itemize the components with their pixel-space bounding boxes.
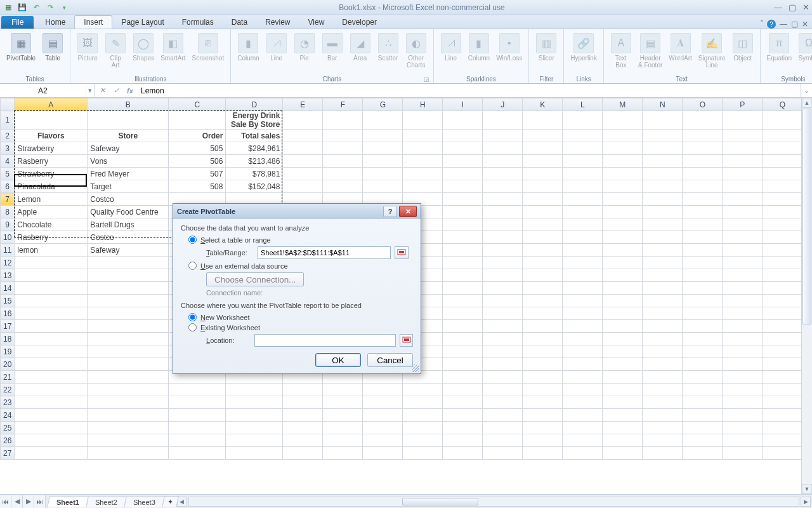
cell-B26[interactable] (88, 434, 169, 447)
cell-G6[interactable] (363, 180, 403, 193)
cell-O1[interactable] (683, 111, 723, 130)
cell-I11[interactable] (443, 244, 483, 257)
row-header-24[interactable]: 24 (1, 409, 15, 422)
cell-A2[interactable]: Flavors (15, 130, 88, 142)
tab-developer[interactable]: Developer (333, 16, 386, 29)
cell-P26[interactable] (723, 434, 763, 447)
cell-A25[interactable] (15, 422, 88, 434)
cell-F22[interactable] (323, 384, 363, 396)
cell-M21[interactable] (603, 371, 643, 384)
cell-M4[interactable] (603, 155, 643, 168)
cell-G24[interactable] (363, 409, 403, 422)
hyperlink-button[interactable]: 🔗Hyperlink (568, 32, 599, 63)
undo-icon[interactable]: ↶ (30, 2, 42, 13)
cell-I5[interactable] (443, 168, 483, 180)
col-header-P[interactable]: P (723, 98, 763, 111)
cell-A11[interactable]: lemon (15, 244, 88, 257)
vertical-scrollbar[interactable]: ▲ ▼ (801, 98, 812, 494)
cell-M1[interactable] (603, 111, 643, 130)
cell-A24[interactable] (15, 409, 88, 422)
cell-P27[interactable] (723, 447, 763, 460)
cell-B18[interactable] (88, 333, 169, 345)
cell-A22[interactable] (15, 384, 88, 396)
row-header-18[interactable]: 18 (1, 333, 15, 345)
cell-L17[interactable] (563, 320, 603, 333)
cell-L13[interactable] (563, 269, 603, 282)
cell-E27[interactable] (283, 447, 323, 460)
cell-J23[interactable] (483, 396, 523, 409)
select-all-corner[interactable] (1, 98, 15, 111)
cell-N13[interactable] (643, 269, 683, 282)
cell-B9[interactable]: Bartell Drugs (88, 218, 169, 231)
cell-L9[interactable] (563, 218, 603, 231)
col-header-O[interactable]: O (683, 98, 723, 111)
cell-L12[interactable] (563, 257, 603, 269)
cell-Q8[interactable] (763, 206, 802, 218)
cell-P7[interactable] (723, 193, 763, 206)
cell-B14[interactable] (88, 282, 169, 295)
cell-Q3[interactable] (763, 142, 802, 155)
cell-P18[interactable] (723, 333, 763, 345)
scroll-down-icon[interactable]: ▼ (802, 484, 812, 494)
minimize-icon[interactable]: — (774, 3, 782, 12)
cell-I3[interactable] (443, 142, 483, 155)
sheet-tab-3[interactable]: Sheet3 (124, 497, 164, 507)
cell-N17[interactable] (643, 320, 683, 333)
cell-E6[interactable] (283, 180, 323, 193)
row-header-12[interactable]: 12 (1, 257, 15, 269)
cell-A26[interactable] (15, 434, 88, 447)
cell-P24[interactable] (723, 409, 763, 422)
other-charts-button[interactable]: ◐Other Charts (403, 32, 429, 70)
cell-N6[interactable] (643, 180, 683, 193)
clipart-button[interactable]: ✎Clip Art (102, 32, 129, 70)
cell-B27[interactable] (88, 447, 169, 460)
row-header-3[interactable]: 3 (1, 142, 15, 155)
cell-P12[interactable] (723, 257, 763, 269)
cell-D4[interactable]: $213,486 (226, 155, 283, 168)
row-header-6[interactable]: 6 (1, 180, 15, 193)
redo-icon[interactable]: ↷ (44, 2, 56, 13)
sparkline-winloss-button[interactable]: ▪Win/Loss (494, 32, 525, 63)
cell-P20[interactable] (723, 358, 763, 371)
cell-K27[interactable] (523, 447, 563, 460)
cell-N11[interactable] (643, 244, 683, 257)
cell-O4[interactable] (683, 155, 723, 168)
choose-connection-button[interactable]: Choose Connection... (206, 272, 304, 286)
cancel-icon[interactable]: ✕ (95, 86, 109, 95)
cell-A21[interactable] (15, 371, 88, 384)
shapes-button[interactable]: ◯Shapes (130, 32, 157, 63)
cell-H26[interactable] (403, 434, 443, 447)
cell-I23[interactable] (443, 396, 483, 409)
cell-P4[interactable] (723, 155, 763, 168)
save-icon[interactable]: 💾 (16, 2, 28, 13)
cell-C4[interactable]: 506 (169, 155, 226, 168)
cell-K15[interactable] (523, 295, 563, 307)
cell-L14[interactable] (563, 282, 603, 295)
cell-K5[interactable] (523, 168, 563, 180)
cell-O16[interactable] (683, 307, 723, 320)
cell-A17[interactable] (15, 320, 88, 333)
cell-J1[interactable] (483, 111, 523, 130)
cell-J22[interactable] (483, 384, 523, 396)
cell-J21[interactable] (483, 371, 523, 384)
cell-H1[interactable] (403, 111, 443, 130)
cell-J4[interactable] (483, 155, 523, 168)
cell-K8[interactable] (523, 206, 563, 218)
cell-Q25[interactable] (763, 422, 802, 434)
row-header-14[interactable]: 14 (1, 282, 15, 295)
cell-N22[interactable] (643, 384, 683, 396)
horizontal-scrollbar[interactable]: ◀ ▶ (177, 497, 812, 507)
cell-A8[interactable]: Apple (15, 206, 88, 218)
cell-A7[interactable]: Lemon (15, 193, 88, 206)
cell-Q21[interactable] (763, 371, 802, 384)
charts-launcher-icon[interactable]: ◲ (424, 76, 429, 83)
cell-P21[interactable] (723, 371, 763, 384)
row-header-17[interactable]: 17 (1, 320, 15, 333)
cell-A6[interactable]: Pinacolada (15, 180, 88, 193)
row-header-21[interactable]: 21 (1, 371, 15, 384)
cell-M23[interactable] (603, 396, 643, 409)
enter-icon[interactable]: ✓ (109, 86, 123, 95)
cell-F6[interactable] (323, 180, 363, 193)
cell-I19[interactable] (443, 345, 483, 358)
cell-J19[interactable] (483, 345, 523, 358)
